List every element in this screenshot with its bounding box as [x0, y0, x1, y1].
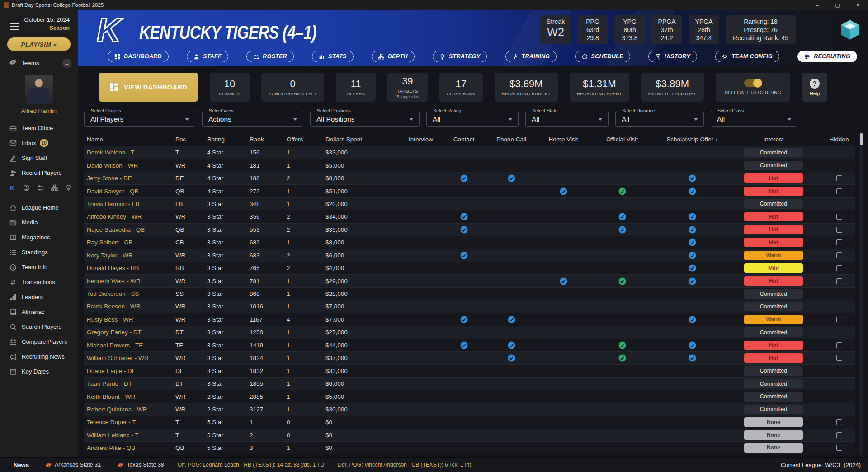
column-header-official-visit[interactable]: Official Visit — [590, 136, 654, 143]
scrollbar-thumb[interactable] — [860, 133, 863, 145]
recruit-name[interactable]: Keith Blount - WR — [84, 393, 173, 400]
column-header-rating[interactable]: Rating — [204, 136, 247, 143]
filter-select-class[interactable]: Select Class All — [711, 111, 797, 127]
recruit-name[interactable]: Terence Roper - T — [84, 419, 173, 425]
sidebar-item-inbox[interactable]: Inbox 10 — [0, 136, 78, 150]
sidebar-item-standings[interactable]: Standings — [0, 245, 78, 260]
filter-select-state[interactable]: Select State All — [525, 111, 609, 127]
recruit-name[interactable]: Andrew Pike - QB — [84, 444, 173, 451]
bulb-icon[interactable] — [64, 183, 72, 192]
minimize-button[interactable]: – — [807, 0, 827, 10]
table-scrollbar[interactable] — [859, 133, 863, 455]
filter-select-positions[interactable]: Select Positions All Positions — [310, 111, 420, 127]
recruit-name[interactable]: Tod Dickerson - SS — [84, 290, 173, 297]
recruit-name[interactable]: Kenneth West - WR — [84, 278, 173, 285]
sidebar-item-media[interactable]: Media — [0, 215, 78, 230]
filter-select-rating[interactable]: Select Rating All — [426, 111, 519, 127]
column-header-scholarship-offer[interactable]: Scholarship Offer ↓ — [654, 136, 731, 143]
teams-row[interactable]: Teams → — [9, 58, 71, 68]
sidebar-item-sign-staff[interactable]: Sign Staff — [0, 150, 78, 165]
sidebar-item-league-home[interactable]: League Home — [0, 200, 78, 215]
tab-strategy[interactable]: STRATEGY — [433, 51, 487, 62]
column-header-interest[interactable]: Interest — [731, 136, 816, 143]
recruit-name[interactable]: Duane Eagle - DE — [84, 368, 173, 374]
column-header-dollars-spent[interactable]: Dollars Spent — [323, 136, 401, 143]
column-header-interview[interactable]: Interview — [401, 136, 441, 143]
delegate-toggle[interactable] — [744, 79, 761, 87]
hidden-checkbox[interactable] — [836, 239, 842, 245]
hidden-checkbox[interactable] — [836, 214, 842, 220]
column-header-pos[interactable]: Pos — [173, 136, 204, 143]
recruit-name[interactable]: David Sawyer - QB — [84, 188, 173, 195]
filter-select-players[interactable]: Select Players All Players — [84, 111, 195, 127]
recruit-name[interactable]: William Leblanc - T — [84, 432, 173, 439]
tab-staff[interactable]: STAFF — [187, 51, 228, 62]
recruit-name[interactable]: Frank Beeson - WR — [84, 303, 173, 310]
recruit-name[interactable]: Najee Saavedra - QB — [84, 226, 173, 233]
delegate-recruiting-toggle-card[interactable]: DELEGATE RECRUITING — [716, 73, 790, 102]
tab-training[interactable]: TRAINING — [505, 51, 557, 62]
score-item-2[interactable]: Texas State 38 — [117, 462, 164, 468]
column-header-offers[interactable]: Offers — [284, 136, 323, 143]
sidebar-item-recruit-players[interactable]: Recruit Players — [0, 165, 78, 180]
recruit-name[interactable]: Derek Weldon - T — [84, 149, 173, 156]
tab-depth[interactable]: DEPTH — [372, 51, 415, 62]
tab-team-config[interactable]: TEAM CONFIG — [715, 51, 779, 62]
tab-schedule[interactable]: SCHEDULE — [575, 51, 630, 62]
filter-select-distance[interactable]: Select Distance All — [615, 111, 704, 127]
hidden-checkbox[interactable] — [836, 188, 842, 194]
filter-select-view[interactable]: Select View Actions — [202, 111, 303, 127]
score-item-1[interactable]: Arkansas State 31 — [45, 462, 101, 468]
recruit-name[interactable]: Kory Taylor - WR — [84, 252, 173, 259]
sidebar-item-compare-players[interactable]: Compare Players — [0, 334, 78, 349]
column-header-phone-call[interactable]: Phone Call — [486, 136, 536, 143]
play-sim-button[interactable]: PLAY/SIM » — [7, 37, 71, 51]
hidden-checkbox[interactable] — [836, 419, 842, 425]
hidden-checkbox[interactable] — [836, 265, 842, 271]
sidebar-item-recruiting-news[interactable]: Recruiting News — [0, 349, 78, 364]
hidden-checkbox[interactable] — [836, 445, 842, 451]
recruit-name[interactable]: Tuan Pardo - DT — [84, 380, 173, 387]
recruit-name[interactable]: Alfredo Kinsey - WR — [84, 213, 173, 220]
hidden-checkbox[interactable] — [836, 252, 842, 258]
view-dashboard-button[interactable]: VIEW DASHBOARD — [99, 73, 198, 102]
sidebar-item-key-dates[interactable]: Key Dates — [0, 364, 78, 379]
sitemap-icon[interactable] — [50, 183, 58, 192]
recruit-name[interactable]: Travis Harmon - LB — [84, 201, 173, 207]
hidden-checkbox[interactable] — [836, 355, 842, 361]
column-header-rank[interactable]: Rank — [247, 136, 284, 143]
recruit-name[interactable]: Robert Quintana - WR — [84, 406, 173, 413]
hidden-checkbox[interactable] — [836, 278, 842, 284]
tab-history[interactable]: HISTORY — [648, 51, 697, 62]
tab-stats[interactable]: STATS — [312, 51, 354, 62]
maximize-button[interactable]: ▢ — [827, 0, 848, 10]
column-header-contact[interactable]: Contact — [441, 136, 486, 143]
sidebar-item-magazines[interactable]: Magazines — [0, 230, 78, 245]
recruit-name[interactable]: Gregory Earley - DT — [84, 329, 173, 336]
tab-recruiting[interactable]: RECRUITING — [797, 51, 857, 62]
sidebar-item-team-office[interactable]: Team Office — [0, 121, 78, 136]
recruit-name[interactable]: Donald Hayes - RB — [84, 265, 173, 271]
sidebar-item-almanac[interactable]: Almanac — [0, 304, 78, 319]
hidden-checkbox[interactable] — [836, 432, 842, 438]
sidebar-item-transactions[interactable]: Transactions — [0, 275, 78, 290]
teams-expand-button[interactable]: → — [62, 59, 71, 68]
hidden-checkbox[interactable] — [836, 317, 842, 322]
close-button[interactable]: ✕ — [848, 0, 868, 10]
sidebar-item-leaders[interactable]: Leaders — [0, 290, 78, 304]
help-button[interactable]: ? Help — [802, 73, 827, 102]
tab-roster[interactable]: ROSTER — [246, 51, 294, 62]
recruit-name[interactable]: David Wilson - WR — [84, 162, 173, 169]
recruit-name[interactable]: Ray Seibert - CB — [84, 239, 173, 246]
hidden-checkbox[interactable] — [836, 342, 842, 348]
tab-dashboard[interactable]: DASHBOARD — [108, 51, 169, 62]
recruit-name[interactable]: Jerry Stone - DE — [84, 175, 173, 182]
sidebar-item-team-info[interactable]: Team Info — [0, 260, 78, 275]
hidden-checkbox[interactable] — [836, 227, 842, 233]
column-header-home-visit[interactable]: Home Visit — [536, 136, 590, 143]
recruit-name[interactable]: Rusty Bess - WR — [84, 316, 173, 323]
person-circle-icon[interactable] — [22, 183, 30, 192]
people-icon[interactable] — [36, 183, 44, 192]
column-header-hidden[interactable]: Hidden — [816, 136, 862, 143]
hidden-checkbox[interactable] — [836, 175, 842, 181]
